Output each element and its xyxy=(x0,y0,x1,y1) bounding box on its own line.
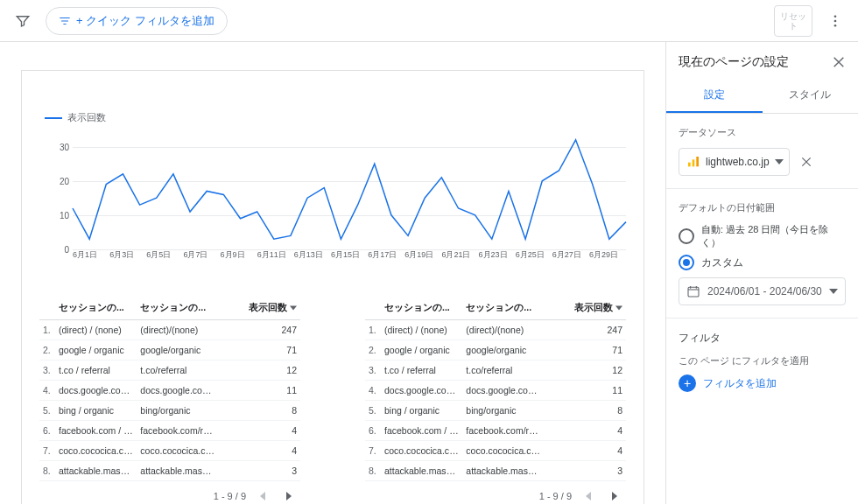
date-range-auto-option[interactable]: 自動: 過去 28 日間（今日を除く） xyxy=(679,223,846,249)
remove-data-source-button[interactable] xyxy=(800,156,812,168)
legend-label: 表示回数 xyxy=(67,111,106,124)
chart-y-axis: 0102030 xyxy=(39,130,73,249)
data-source-chip[interactable]: lightweb.co.jp xyxy=(679,148,790,176)
x-tick: 6月27日 xyxy=(552,249,589,265)
table-row[interactable]: 2.google / organicgoogle/organic71 xyxy=(365,340,626,360)
chevron-down-icon xyxy=(775,158,784,166)
time-series-chart[interactable]: 表示回数 0102030 6月1日6月3日6月5日6月7日6月9日6月11日6月… xyxy=(32,95,633,276)
y-tick: 10 xyxy=(60,210,69,220)
panel-tabs: 設定 スタイル xyxy=(666,79,858,114)
tab-settings[interactable]: 設定 xyxy=(666,79,763,113)
table-row[interactable]: 3.t.co / referralt.co/referral12 xyxy=(365,360,626,381)
pager-status: 1 - 9 / 9 xyxy=(214,491,246,501)
table-row[interactable]: 7.coco.cococica.co...coco.cococica.co...… xyxy=(365,441,626,461)
table-row[interactable]: 1.(direct) / (none)(direct)/(none)247 xyxy=(39,320,300,340)
x-tick: 6月21日 xyxy=(441,249,478,265)
date-range-value: 2024/06/01 - 2024/06/30 xyxy=(707,285,822,298)
col-header[interactable]: セッションの... xyxy=(55,297,137,320)
table-row[interactable]: 7.coco.cococica.co...coco.cococica.co...… xyxy=(39,441,300,461)
analytics-icon xyxy=(686,155,700,169)
add-filter-button[interactable]: + フィルタを追加 xyxy=(679,374,846,392)
filter-subtext: この ページ にフィルタを適用 xyxy=(679,354,846,368)
close-icon[interactable] xyxy=(832,55,846,69)
pager-next-button[interactable] xyxy=(605,486,624,504)
svg-rect-6 xyxy=(688,287,699,297)
data-table-right[interactable]: セッションの... セッションの... 表示回数 1.(direct) / (n… xyxy=(365,297,626,504)
x-tick: 6月7日 xyxy=(183,249,220,265)
x-tick: 6月11日 xyxy=(257,249,294,265)
radio-icon xyxy=(679,228,694,244)
table-row[interactable]: 5.bing / organicbing/organic8 xyxy=(365,401,626,421)
more-icon[interactable] xyxy=(819,5,851,37)
svg-point-0 xyxy=(834,15,837,18)
tab-style[interactable]: スタイル xyxy=(763,79,859,113)
settings-panel: 現在のページの設定 設定 スタイル データソース lightweb.co.jp xyxy=(665,42,858,504)
svg-rect-3 xyxy=(688,163,691,167)
table-row[interactable]: 3.t.co / referralt.co/referral12 xyxy=(39,360,300,381)
table-row[interactable]: 6.facebook.com / re...facebook.com/ref..… xyxy=(39,421,300,441)
x-tick: 6月5日 xyxy=(146,249,183,265)
filter-icon[interactable] xyxy=(7,5,39,37)
add-quick-filter-label: + クイック フィルタを追加 xyxy=(76,13,214,29)
table-row[interactable]: 4.docs.google.com ...docs.google.com/...… xyxy=(365,381,626,401)
table-row[interactable]: 5.bing / organicbing/organic8 xyxy=(39,401,300,421)
data-source-label: データソース xyxy=(679,126,846,139)
x-tick: 6月13日 xyxy=(294,249,331,265)
x-tick: 6月19日 xyxy=(404,249,441,265)
chart-x-axis: 6月1日6月3日6月5日6月7日6月9日6月11日6月13日6月15日6月17日… xyxy=(73,249,626,265)
x-tick: 6月9日 xyxy=(221,249,257,265)
legend-swatch xyxy=(45,117,62,119)
y-tick: 20 xyxy=(60,176,69,186)
filter-label: フィルタ xyxy=(679,331,846,346)
chevron-down-icon xyxy=(290,304,297,312)
y-tick: 0 xyxy=(64,245,69,255)
x-tick: 6月3日 xyxy=(109,249,146,265)
table-row[interactable]: 1.(direct) / (none)(direct)/(none)247 xyxy=(365,320,626,340)
data-table-left[interactable]: セッションの... セッションの... 表示回数 1.(direct) / (n… xyxy=(39,297,300,504)
reset-button[interactable]: リセッ ト xyxy=(774,5,812,37)
col-header[interactable]: セッションの... xyxy=(381,297,462,320)
table-row[interactable]: 2.google / organicgoogle/organic71 xyxy=(39,340,300,360)
svg-rect-4 xyxy=(693,159,695,166)
table-pager: 1 - 9 / 9 xyxy=(365,481,626,504)
x-tick: 6月25日 xyxy=(516,249,552,265)
date-range-label: デフォルトの日付範囲 xyxy=(679,201,846,214)
chart-legend: 表示回数 xyxy=(39,111,626,124)
x-tick: 6月17日 xyxy=(368,249,404,265)
chart-plot xyxy=(73,130,626,249)
svg-point-1 xyxy=(834,19,837,22)
data-source-name: lightweb.co.jp xyxy=(706,156,770,168)
col-header[interactable]: セッションの... xyxy=(462,297,544,320)
plus-icon: + xyxy=(679,374,696,392)
col-header[interactable]: セッションの... xyxy=(137,297,218,320)
report-canvas: 表示回数 0102030 6月1日6月3日6月5日6月7日6月9日6月11日6月… xyxy=(0,42,665,504)
date-range-input[interactable]: 2024/06/01 - 2024/06/30 xyxy=(679,277,846,305)
chevron-down-icon xyxy=(829,287,838,296)
table-row[interactable]: 8.attackable.masou...attackable.masou...… xyxy=(365,461,626,481)
pager-status: 1 - 9 / 9 xyxy=(539,491,572,501)
x-tick: 6月29日 xyxy=(589,249,626,265)
add-quick-filter-button[interactable]: + クイック フィルタを追加 xyxy=(46,7,228,35)
pager-prev-button[interactable] xyxy=(579,486,598,504)
col-header[interactable]: 表示回数 xyxy=(545,297,626,320)
table-row[interactable]: 8.attackable.masou...attackable.masou...… xyxy=(39,461,300,481)
y-tick: 30 xyxy=(60,142,69,151)
col-header[interactable]: 表示回数 xyxy=(219,297,300,320)
table-row[interactable]: 6.facebook.com / re...facebook.com/ref..… xyxy=(365,421,626,441)
svg-rect-5 xyxy=(696,157,699,166)
panel-title: 現在のページの設定 xyxy=(679,54,789,70)
x-tick: 6月1日 xyxy=(73,249,109,265)
chevron-down-icon xyxy=(615,304,622,312)
toolbar: + クイック フィルタを追加 リセッ ト xyxy=(0,0,858,42)
x-tick: 6月15日 xyxy=(331,249,368,265)
date-range-custom-option[interactable]: カスタム xyxy=(679,255,846,270)
svg-point-2 xyxy=(834,24,837,26)
radio-icon xyxy=(679,255,694,270)
x-tick: 6月23日 xyxy=(479,249,516,265)
pager-prev-button[interactable] xyxy=(253,486,272,504)
table-pager: 1 - 9 / 9 xyxy=(39,481,300,504)
table-row[interactable]: 4.docs.google.com ...docs.google.com/...… xyxy=(39,381,300,401)
pager-next-button[interactable] xyxy=(279,486,299,504)
calendar-icon xyxy=(686,284,700,298)
